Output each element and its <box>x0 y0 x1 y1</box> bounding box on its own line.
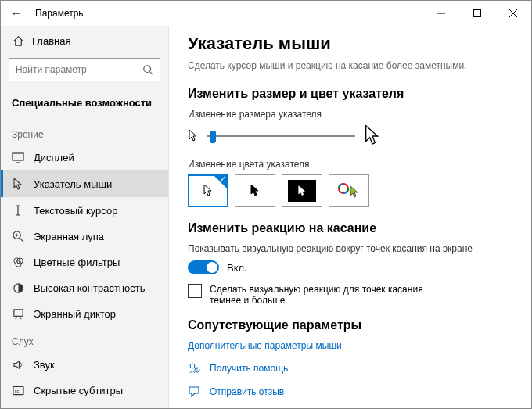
toggle-state-label: Вкл. <box>227 262 247 274</box>
help-label: Получить помощь <box>210 363 288 374</box>
maximize-button[interactable] <box>459 1 495 26</box>
svg-text:cc: cc <box>14 389 19 393</box>
sidebar: Главная Специальные возможности Зрение Д… <box>1 26 169 409</box>
touch-darker-label: Сделать визуальную реакцию для точек кас… <box>210 284 444 306</box>
back-button[interactable]: ← <box>7 6 26 20</box>
sidebar-item-label: Текстовый курсор <box>34 205 117 217</box>
audio-icon <box>12 359 24 371</box>
minimize-button[interactable] <box>423 1 459 26</box>
text-cursor-icon <box>12 204 24 217</box>
contrast-icon <box>12 282 24 294</box>
sidebar-item-label: Экранный диктор <box>34 308 116 320</box>
feedback-link[interactable]: Отправить отзыв <box>188 386 512 398</box>
link-mouse-settings[interactable]: Дополнительные параметры мыши <box>188 340 512 351</box>
section-touch-feedback: Изменить реакцию на касание <box>188 221 512 235</box>
small-cursor-icon <box>188 129 199 143</box>
home-button[interactable]: Главная <box>1 29 168 53</box>
svg-line-5 <box>150 72 153 75</box>
touch-darker-checkbox[interactable] <box>188 284 202 298</box>
group-vision-label: Зрение <box>1 120 168 145</box>
sidebar-item-display[interactable]: Дисплей <box>1 145 168 170</box>
svg-point-4 <box>144 66 151 73</box>
sidebar-item-narrator[interactable]: Экранный диктор <box>1 301 168 327</box>
narrator-icon <box>12 308 24 320</box>
section-header: Специальные возможности <box>1 92 168 120</box>
sidebar-item-label: Высокая контрастность <box>34 282 146 294</box>
section-related: Сопутствующие параметры <box>188 318 512 332</box>
pointer-color-custom[interactable] <box>329 174 369 207</box>
svg-rect-19 <box>13 310 22 316</box>
touch-feedback-label: Показывать визуальную реакцию вокруг точ… <box>188 243 512 254</box>
sidebar-item-audio[interactable]: Звук <box>1 352 168 378</box>
sidebar-item-high-contrast[interactable]: Высокая контрастность <box>1 275 168 301</box>
window-title: Параметры <box>35 8 85 19</box>
window-controls <box>423 1 531 26</box>
get-help-link[interactable]: ? Получить помощь <box>188 362 512 375</box>
titlebar: ← Параметры <box>1 1 531 26</box>
page-title: Указатель мыши <box>188 34 512 54</box>
color-filters-icon <box>12 257 24 268</box>
svg-text:?: ? <box>196 368 199 372</box>
cursor-icon <box>12 178 24 190</box>
content-area: Указатель мыши Сделать курсор мыши и реа… <box>169 26 531 409</box>
sidebar-item-captions[interactable]: cc Скрытые субтитры <box>1 378 168 404</box>
search-icon <box>142 64 153 75</box>
help-icon: ? <box>188 362 202 375</box>
sidebar-item-label: Звук <box>34 359 55 371</box>
large-cursor-icon <box>363 124 382 148</box>
feedback-label: Отправить отзыв <box>210 386 284 397</box>
sidebar-item-mouse-pointer[interactable]: Указатель мыши <box>1 170 168 197</box>
sidebar-item-text-cursor[interactable]: Текстовый курсор <box>1 197 168 224</box>
search-box[interactable] <box>9 58 160 81</box>
sidebar-item-magnifier[interactable]: Экранная лупа <box>1 224 168 249</box>
sidebar-item-label: Цветные фильтры <box>34 257 120 268</box>
home-icon <box>12 35 24 47</box>
close-button[interactable] <box>495 1 531 26</box>
svg-line-12 <box>20 238 23 242</box>
touch-feedback-toggle[interactable] <box>188 260 219 274</box>
sidebar-item-label: Указатель мыши <box>34 178 112 190</box>
home-label: Главная <box>32 35 70 47</box>
page-subtitle: Сделать курсор мыши и реакцию на касание… <box>188 60 512 71</box>
sidebar-item-label: Экранная лупа <box>34 231 104 242</box>
svg-point-25 <box>190 364 195 368</box>
section-pointer-size-color: Изменить размер и цвет указателя <box>188 87 512 101</box>
pointer-color-inverted[interactable] <box>282 174 322 207</box>
group-hearing-label: Слух <box>1 327 168 352</box>
search-input[interactable] <box>16 64 141 75</box>
pointer-color-white[interactable] <box>188 174 228 207</box>
pointer-color-black[interactable] <box>235 174 275 207</box>
feedback-icon <box>188 386 202 398</box>
display-icon <box>12 152 24 163</box>
svg-rect-1 <box>474 10 481 17</box>
pointer-size-slider[interactable] <box>207 128 355 144</box>
magnifier-icon <box>12 231 24 242</box>
pointer-color-label: Изменение цвета указателя <box>188 159 512 170</box>
sidebar-item-label: Дисплей <box>34 152 74 163</box>
sidebar-item-color-filters[interactable]: Цветные фильтры <box>1 249 168 275</box>
svg-rect-6 <box>13 153 23 160</box>
sidebar-item-label: Скрытые субтитры <box>34 385 123 396</box>
pointer-size-label: Изменение размера указателя <box>188 109 512 120</box>
captions-icon: cc <box>12 386 24 396</box>
